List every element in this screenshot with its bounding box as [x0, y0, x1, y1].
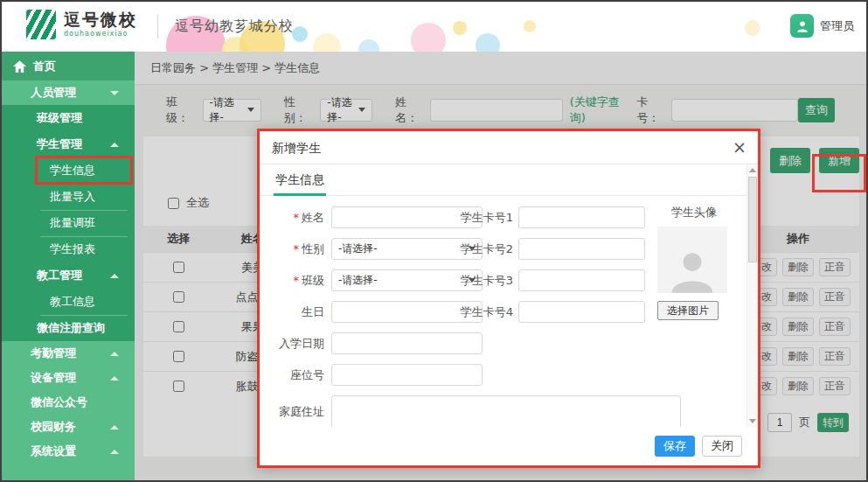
row-checkbox[interactable]: [173, 381, 184, 392]
class-filter-label: 班级：: [166, 94, 198, 126]
sidebar-item[interactable]: 微信注册查询: [2, 315, 135, 341]
required-mark: *: [294, 274, 300, 287]
row-select-cell: [143, 262, 213, 273]
card-form-row: 学生卡号1: [459, 206, 645, 228]
field-label-text: 家庭住址: [279, 405, 324, 418]
sidebar-item[interactable]: 校园财务: [2, 415, 135, 439]
modal-scrollbar[interactable]: [746, 164, 758, 427]
sidebar-item[interactable]: 教工管理: [2, 262, 135, 289]
card-field-label: 学生卡号2: [459, 241, 513, 257]
card-field-input[interactable]: [518, 301, 645, 323]
gender-filter-select[interactable]: -请选择-: [320, 99, 372, 122]
sidebar-item[interactable]: 人员管理: [2, 80, 135, 105]
decor-bubble: [524, 20, 536, 32]
name-filter-input[interactable]: [430, 99, 563, 122]
gender-filter-value: -请选择-: [327, 95, 358, 125]
sidebar-item[interactable]: 学生报表: [2, 236, 135, 262]
sidebar-item[interactable]: 批量调班: [2, 210, 135, 236]
class-filter-select[interactable]: -请选择-: [203, 99, 261, 122]
row-action-button[interactable]: 正音: [819, 347, 851, 366]
sidebar-item[interactable]: 教工信息: [2, 289, 135, 315]
row-select-cell: [143, 351, 213, 362]
card-field-label: 学生卡号3: [459, 273, 513, 289]
card-field-input[interactable]: [518, 206, 645, 228]
field-input[interactable]: [331, 332, 483, 354]
page-suffix-label: 页: [799, 415, 810, 430]
choose-image-button[interactable]: 选择图片: [657, 301, 719, 320]
sidebar-item[interactable]: 学生管理: [2, 131, 135, 157]
decor-bubble: [453, 21, 467, 35]
sidebar-item[interactable]: 班级管理: [2, 105, 135, 131]
user-account[interactable]: 管理员: [790, 14, 854, 38]
column-header-ops: 操作: [746, 231, 851, 247]
sidebar-item[interactable]: 学生信息: [2, 157, 135, 184]
sidebar-item[interactable]: 考勤管理: [2, 341, 135, 366]
row-action-button[interactable]: 删除: [782, 377, 814, 395]
field-label: *性别: [272, 241, 324, 257]
home-icon: [13, 60, 26, 73]
breadcrumb: 日常园务 > 学生管理 > 学生信息: [135, 52, 866, 85]
scrollbar-thumb[interactable]: [748, 177, 757, 262]
filter-bar: 班级： -请选择- 性别： -请选择- 姓名： (关键字查询) 卡号： 查询: [135, 85, 866, 135]
card-filter-input[interactable]: [671, 99, 798, 122]
card-field-label: 学生卡号4: [459, 304, 513, 320]
tab-student-info[interactable]: 学生信息: [274, 164, 326, 196]
row-action-button[interactable]: 删除: [782, 347, 814, 366]
chevron-up-icon: [110, 274, 119, 278]
address-textarea[interactable]: [331, 395, 681, 427]
row-actions-cell: 修改删除正音: [746, 288, 851, 306]
sidebar-item[interactable]: 批量导入: [2, 184, 135, 210]
sidebar-item[interactable]: 微信公众号: [2, 390, 135, 415]
search-button[interactable]: 查询: [798, 98, 835, 122]
select-value: -请选择-: [338, 273, 378, 288]
required-mark: *: [294, 242, 300, 255]
avatar-label: 学生头像: [657, 205, 731, 220]
modal-header: 新增学生 ×: [260, 131, 758, 164]
required-mark: *: [294, 211, 300, 224]
person-placeholder-icon: [668, 248, 717, 293]
card-field-input[interactable]: [518, 238, 645, 260]
row-checkbox[interactable]: [173, 321, 184, 332]
row-action-button[interactable]: 删除: [782, 258, 814, 276]
row-action-button[interactable]: 正音: [819, 377, 851, 395]
chevron-up-icon: [110, 450, 119, 454]
form-row: 家庭住址: [272, 395, 746, 427]
add-button[interactable]: 新增: [819, 148, 859, 173]
row-action-button[interactable]: 正音: [819, 318, 851, 336]
decor-bubble: [411, 23, 446, 52]
sidebar-item-label: 校园财务: [31, 419, 76, 435]
row-select-cell: [143, 291, 213, 303]
field-label-text: 座位号: [290, 368, 324, 381]
save-button[interactable]: 保存: [655, 436, 695, 457]
row-action-button[interactable]: 删除: [782, 288, 814, 306]
scroll-up-icon[interactable]: [749, 168, 756, 172]
row-action-button[interactable]: 删除: [782, 318, 814, 336]
sidebar-item[interactable]: 首页: [2, 52, 135, 80]
decor-bubble: [358, 39, 379, 52]
card-form-row: 学生卡号3: [459, 269, 645, 291]
row-action-button[interactable]: 正音: [819, 288, 851, 306]
form-row: 座位号: [272, 364, 746, 386]
field-label: 入学日期: [272, 336, 324, 352]
select-all-checkbox[interactable]: [168, 198, 179, 209]
sidebar-item[interactable]: 设备管理: [2, 366, 135, 390]
go-to-page-button[interactable]: 转到: [817, 413, 849, 432]
sidebar-item-label: 学生报表: [50, 241, 95, 257]
row-action-button[interactable]: 正音: [819, 258, 851, 276]
chevron-down-icon: [110, 91, 119, 95]
page-number-input[interactable]: [767, 413, 792, 432]
chevron-up-icon: [110, 352, 119, 356]
delete-button[interactable]: 删除: [770, 148, 810, 173]
close-button[interactable]: 关闭: [702, 436, 742, 457]
close-icon[interactable]: ×: [730, 137, 749, 157]
logo-subtitle: douhaoweixiao: [64, 31, 137, 38]
scroll-down-icon[interactable]: [749, 419, 756, 423]
field-input[interactable]: [331, 364, 483, 386]
row-checkbox[interactable]: [173, 351, 184, 362]
row-checkbox[interactable]: [173, 291, 184, 303]
sidebar-item[interactable]: 系统设置: [2, 439, 135, 464]
brand-logo: 逗号微校 douhaoweixiao: [26, 10, 137, 39]
card-field-input[interactable]: [518, 269, 645, 291]
row-checkbox[interactable]: [173, 262, 184, 273]
field-label-text: 入学日期: [279, 337, 324, 350]
